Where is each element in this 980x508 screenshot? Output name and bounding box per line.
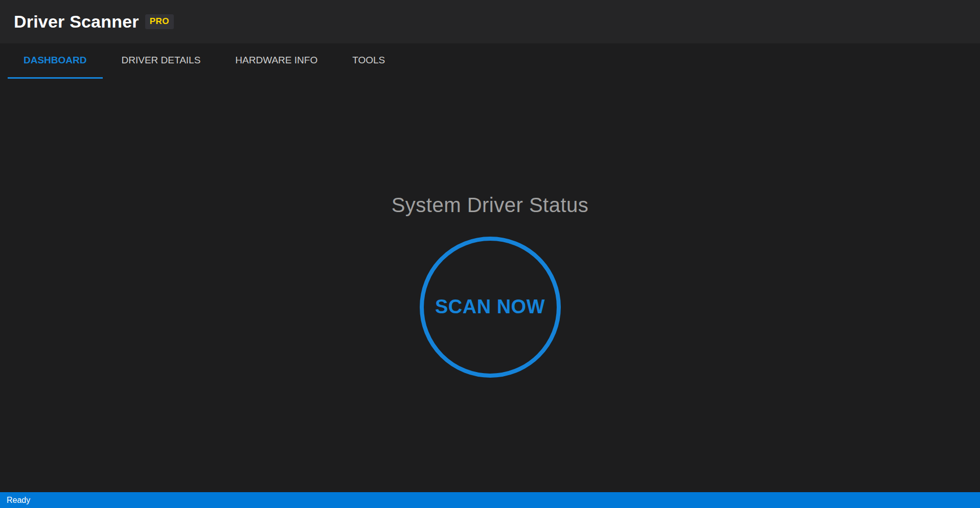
pro-badge: PRO xyxy=(145,14,174,29)
system-driver-status-heading: System Driver Status xyxy=(392,194,589,217)
dashboard-panel: System Driver Status SCAN NOW xyxy=(0,79,980,492)
tab-dashboard[interactable]: DASHBOARD xyxy=(8,43,103,79)
tab-tools[interactable]: TOOLS xyxy=(336,43,401,79)
tab-hardware-info[interactable]: HARDWARE INFO xyxy=(219,43,333,79)
scan-now-button[interactable]: SCAN NOW xyxy=(420,237,561,378)
app-window: Driver Scanner PRO DASHBOARD DRIVER DETA… xyxy=(0,0,980,508)
scan-now-button-label: SCAN NOW xyxy=(435,296,545,318)
tab-driver-details[interactable]: DRIVER DETAILS xyxy=(106,43,217,79)
app-header: Driver Scanner PRO xyxy=(0,0,980,43)
status-text: Ready xyxy=(7,496,30,505)
app-title: Driver Scanner xyxy=(14,12,139,32)
tab-bar: DASHBOARD DRIVER DETAILS HARDWARE INFO T… xyxy=(0,43,980,79)
status-bar: Ready xyxy=(0,492,980,508)
